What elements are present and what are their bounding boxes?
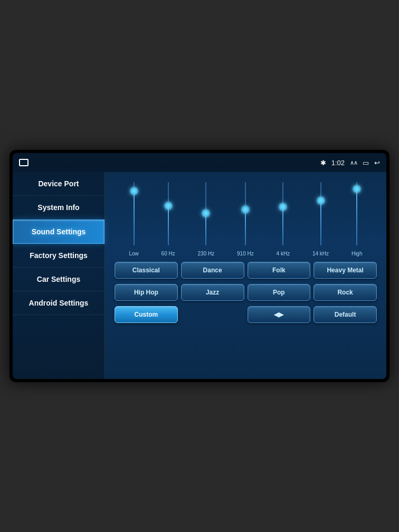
- eq-slider-low[interactable]: [130, 182, 138, 245]
- status-bar: ✱ 1:02 ∧∧ ▭ ↩: [13, 153, 386, 172]
- eq-line-60hz: [168, 206, 169, 245]
- signal-icon: ∧∧: [350, 159, 357, 166]
- preset-folk[interactable]: Folk: [248, 262, 311, 279]
- screen-icon: ▭: [363, 159, 369, 167]
- time-display: 1:02: [331, 159, 345, 167]
- bluetooth-icon: ✱: [320, 159, 326, 167]
- eq-line-14khz: [320, 201, 321, 245]
- preset-heavy-metal[interactable]: Heavy Metal: [314, 262, 377, 279]
- eq-label-230hz: 230 Hz: [198, 251, 215, 256]
- preset-dance[interactable]: Dance: [181, 262, 244, 279]
- device-frame: ✱ 1:02 ∧∧ ▭ ↩ Device Port System Info So…: [10, 150, 390, 382]
- back-icon: ↩: [374, 159, 380, 167]
- eq-band-low: Low: [129, 182, 138, 256]
- eq-label-high: High: [352, 251, 363, 256]
- action-row: Custom ◀▶ Default: [112, 306, 379, 323]
- eq-band-14khz: 14 kHz: [312, 182, 329, 256]
- sidebar-item-sound-settings[interactable]: Sound Settings: [13, 220, 104, 244]
- btn-default[interactable]: Default: [314, 306, 377, 323]
- equalizer-section: Low 60 Hz: [112, 177, 379, 256]
- status-right: ✱ 1:02 ∧∧ ▭ ↩: [320, 159, 380, 167]
- sidebar: Device Port System Info Sound Settings F…: [13, 172, 105, 379]
- sidebar-item-car-settings[interactable]: Car Settings: [13, 268, 104, 291]
- eq-slider-high[interactable]: [353, 182, 361, 245]
- status-left: [19, 159, 28, 166]
- sidebar-item-device-port[interactable]: Device Port: [13, 172, 104, 196]
- eq-label-910hz: 910 Hz: [237, 251, 254, 256]
- preset-row-2: Hip Hop Jazz Pop Rock: [112, 284, 379, 301]
- eq-slider-910hz[interactable]: [241, 182, 250, 245]
- eq-line-low: [134, 191, 135, 245]
- preset-pop[interactable]: Pop: [248, 284, 311, 301]
- eq-slider-60hz[interactable]: [164, 182, 173, 245]
- preset-custom[interactable]: Custom: [115, 306, 178, 323]
- eq-band-230hz: 230 Hz: [198, 182, 215, 256]
- btn-arrows[interactable]: ◀▶: [248, 306, 311, 323]
- preset-row-1: Classical Dance Folk Heavy Metal: [112, 262, 379, 279]
- eq-label-14khz: 14 kHz: [312, 251, 329, 256]
- eq-line-910hz: [245, 210, 246, 245]
- eq-band-4khz: 4 kHz: [277, 182, 290, 256]
- preset-rock[interactable]: Rock: [314, 284, 377, 301]
- preset-jazz[interactable]: Jazz: [181, 284, 244, 301]
- preset-classical[interactable]: Classical: [115, 262, 178, 279]
- main-content: Device Port System Info Sound Settings F…: [13, 172, 386, 379]
- sidebar-item-factory-settings[interactable]: Factory Settings: [13, 244, 104, 268]
- eq-slider-230hz[interactable]: [202, 182, 210, 245]
- eq-band-60hz: 60 Hz: [162, 182, 175, 256]
- screen: ✱ 1:02 ∧∧ ▭ ↩ Device Port System Info So…: [13, 153, 386, 379]
- eq-label-4khz: 4 kHz: [277, 251, 290, 256]
- eq-slider-4khz[interactable]: [279, 182, 287, 245]
- eq-label-60hz: 60 Hz: [162, 251, 175, 256]
- eq-band-high: High: [352, 182, 363, 256]
- sidebar-item-android-settings[interactable]: Android Settings: [13, 291, 104, 315]
- eq-line-230hz: [205, 213, 206, 245]
- content-area: Low 60 Hz: [105, 172, 386, 379]
- eq-band-910hz: 910 Hz: [237, 182, 254, 256]
- preset-hip-hop[interactable]: Hip Hop: [115, 284, 178, 301]
- window-icon: [19, 159, 28, 166]
- eq-line-high: [356, 189, 357, 245]
- eq-label-low: Low: [129, 251, 138, 256]
- preset-empty: [181, 306, 244, 323]
- sidebar-item-system-info[interactable]: System Info: [13, 196, 104, 220]
- eq-slider-14khz[interactable]: [317, 182, 325, 245]
- eq-line-4khz: [282, 207, 283, 245]
